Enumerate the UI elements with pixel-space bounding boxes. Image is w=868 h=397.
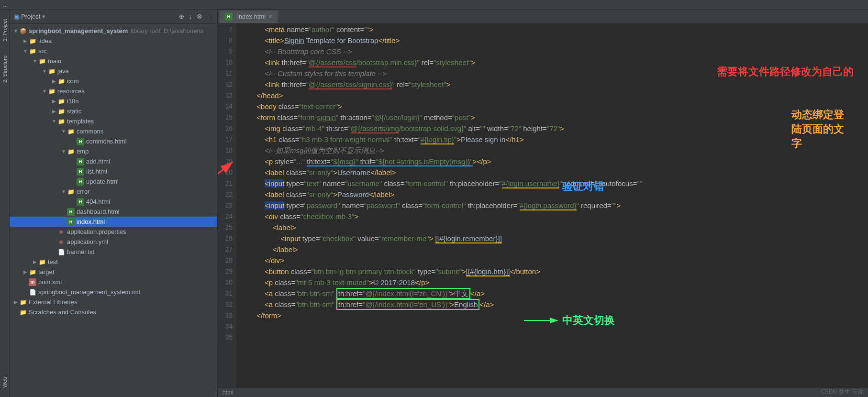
hide-icon[interactable]: —	[207, 13, 213, 20]
tree-idea[interactable]: ▶.idea	[10, 36, 217, 46]
html-icon	[225, 13, 233, 21]
tab-structure[interactable]: 2: Structure	[2, 55, 8, 83]
tree-dashboard-html[interactable]: dashboard.html	[10, 207, 217, 217]
expand-icon[interactable]: ↕	[189, 13, 192, 20]
tree-app-props[interactable]: application.properties	[10, 227, 217, 237]
gear-icon[interactable]: ⚙	[197, 13, 202, 20]
tool-window-tabs: 1: Project 2: Structure Web	[0, 10, 10, 397]
tree-404-html[interactable]: 404.html	[10, 197, 217, 207]
tree-error[interactable]: ▼error	[10, 187, 217, 197]
tree-iml[interactable]: springboot_management_system.iml	[10, 287, 217, 297]
close-icon[interactable]: ×	[268, 13, 272, 20]
tree-banner[interactable]: banner.txt	[10, 247, 217, 257]
tree-templates[interactable]: ▼templates	[10, 116, 217, 126]
tree-list-html[interactable]: list.html	[10, 166, 217, 176]
tree-update-html[interactable]: update.html	[10, 176, 217, 187]
tab-web[interactable]: Web	[2, 377, 8, 387]
locate-icon[interactable]: ⊕	[179, 13, 184, 20]
panel-title: Project	[21, 13, 40, 20]
tree-commons[interactable]: ▼commons	[10, 126, 217, 136]
breadcrumb-top: ...	[0, 0, 868, 10]
tree-i18n[interactable]: ▶i18n	[10, 96, 217, 106]
tree-scratches[interactable]: Scratches and Consoles	[10, 307, 217, 317]
tree-app-yml[interactable]: application.yml	[10, 237, 217, 247]
annotation-yellow: 动态绑定登陆页面的文字	[791, 108, 854, 151]
watermark: CSDN @牛 云说	[821, 388, 863, 396]
tree-static[interactable]: ▶static	[10, 106, 217, 116]
annotation-blue: 验证对错	[562, 179, 604, 194]
tab-project[interactable]: 1: Project	[2, 19, 8, 41]
breadcrumb-bottom[interactable]: html	[218, 387, 868, 397]
tree-add-html[interactable]: add.html	[10, 156, 217, 166]
project-panel: ▣Project ▾ ⊕ ↕ ⚙ — ▼springboot_managemen…	[10, 10, 218, 397]
tree-com[interactable]: ▶com	[10, 76, 217, 86]
tree-root[interactable]: ▼springboot_management_systemlibrary roo…	[10, 26, 217, 36]
editor-tab-index[interactable]: index.html ×	[220, 11, 278, 23]
tree-java[interactable]: ▼java	[10, 66, 217, 76]
tree-resources[interactable]: ▼resources	[10, 86, 217, 96]
annotation-red: 需要将文件路径修改为自己的	[717, 65, 854, 79]
gutter: 7891011121314151617181920212223242526272…	[218, 24, 237, 387]
tree-emp[interactable]: ▼emp	[10, 146, 217, 156]
tree-pom[interactable]: pom.xml	[10, 277, 217, 287]
folder-icon: ▣	[13, 13, 19, 20]
tree-test[interactable]: ▶test	[10, 257, 217, 267]
editor: index.html × 789101112131415161718192021…	[218, 10, 868, 397]
tree-target[interactable]: ▶target	[10, 267, 217, 277]
tree-commons-html[interactable]: commons.html	[10, 136, 217, 146]
tree-index-html[interactable]: index.html	[10, 217, 217, 227]
project-tree[interactable]: ▼springboot_management_systemlibrary roo…	[10, 24, 217, 397]
code-editor[interactable]: 7891011121314151617181920212223242526272…	[218, 24, 868, 387]
tree-main[interactable]: ▼main	[10, 56, 217, 66]
annotation-green: 中英文切换	[562, 313, 615, 328]
tree-ext-lib[interactable]: ▶External Libraries	[10, 297, 217, 307]
tree-src[interactable]: ▼src	[10, 46, 217, 56]
